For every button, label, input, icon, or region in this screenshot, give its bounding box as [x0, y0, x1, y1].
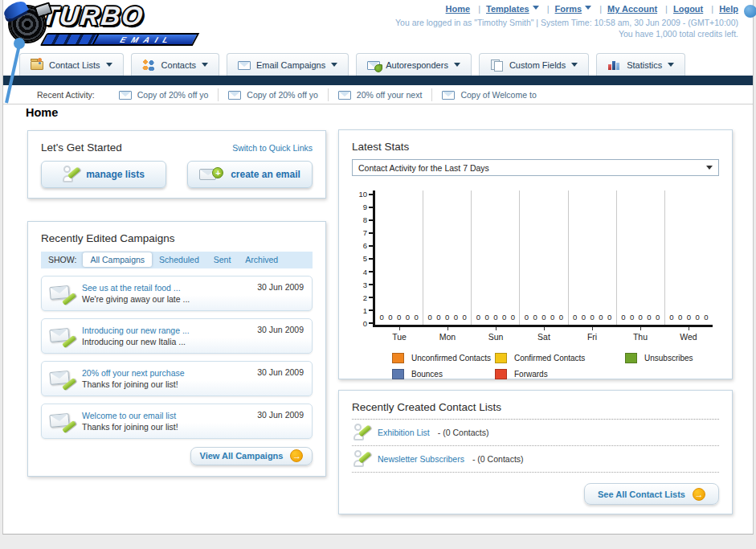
create-email-label: create an email — [231, 169, 300, 180]
pin-decoration — [3, 35, 27, 106]
chart-y-axis: 109876543210 — [352, 191, 373, 327]
header-link[interactable]: Help — [705, 4, 738, 14]
campaigns-filter-tab[interactable]: Sent — [206, 252, 239, 267]
view-all-campaigns-button[interactable]: View All Campaigns — [190, 447, 313, 465]
envelope-plus-icon — [199, 167, 223, 182]
campaign-title-link[interactable]: Welcome to our email list — [82, 410, 178, 421]
campaign-subtitle: Thanks for joining our list! — [82, 379, 178, 389]
nav-tab[interactable]: Custom Fields — [479, 53, 589, 76]
manage-lists-button[interactable]: manage lists — [41, 161, 166, 188]
chart-value-label: 0 — [493, 313, 497, 322]
switch-quick-links-link[interactable]: Switch to Quick Links — [232, 143, 313, 153]
chart-value-label: 0 — [669, 313, 673, 322]
envelope-icon — [119, 91, 132, 100]
header-links: Home Templates Forms My Account Logout H… — [446, 4, 738, 14]
chart-group: 00000 — [520, 191, 568, 325]
nav-tab[interactable]: Contact Lists — [19, 53, 124, 76]
chart-value-label: 0 — [621, 313, 625, 322]
campaign-title-link[interactable]: Introducing our new range ... — [82, 325, 190, 336]
chart-day-label: Fri — [568, 327, 616, 343]
person-pencil-icon — [353, 450, 370, 469]
nav-tab-icon — [238, 61, 251, 70]
campaign-title-link[interactable]: See us at the retail food ... — [82, 282, 190, 293]
chart-day-label: Sat — [520, 327, 568, 343]
contact-list-row[interactable]: Newsletter Subscribers - (0 Contacts) — [352, 446, 719, 473]
login-status: You are logged in as "Timothy Smith" | S… — [395, 17, 738, 39]
chart-value-label: 0 — [695, 313, 699, 322]
contact-list-row[interactable]: Exhibition List - (0 Contacts) — [352, 420, 719, 446]
stats-period-selected-value: Contact Activity for the Last 7 Days — [358, 163, 489, 173]
chevron-down-icon — [331, 63, 337, 70]
campaigns-filter-tab-label: Scheduled — [159, 255, 199, 264]
contact-lists-list: Exhibition List - (0 Contacts) Newslette… — [352, 420, 719, 473]
logo-text-block: TURBO EMAIL — [42, 2, 202, 48]
header-link[interactable]: Templates — [472, 4, 538, 14]
campaigns-filter-tab[interactable]: Scheduled — [152, 252, 206, 267]
campaigns-filter-tab-label: All Campaigns — [90, 255, 145, 264]
campaigns-filter-tab[interactable]: Archived — [238, 252, 285, 267]
contact-list-name-link[interactable]: Newsletter Subscribers — [378, 454, 464, 464]
chevron-down-icon — [106, 63, 112, 70]
chart-day-label: Tue — [375, 327, 423, 343]
recent-activity-item[interactable]: Copy of 20% off yo — [109, 88, 219, 101]
envelope-pencil-icon — [50, 412, 74, 431]
nav-tab[interactable]: Contacts — [131, 53, 219, 76]
chart-value-label: 0 — [656, 313, 660, 322]
campaign-row[interactable]: 20% off your next purchase Thanks for jo… — [41, 361, 313, 396]
nav-tab-icon — [31, 61, 43, 70]
chart-value-label: 0 — [388, 313, 392, 322]
header-link[interactable]: Home — [446, 4, 471, 14]
envelope-icon — [338, 91, 351, 100]
chart-day-label: Wed — [664, 327, 713, 343]
campaigns-heading: Recently Edited Campaigns — [41, 232, 175, 244]
logo-title: TURBO — [40, 2, 204, 31]
view-all-campaigns-label: View All Campaigns — [200, 451, 284, 461]
recent-activity-label: Recent Activity: — [37, 90, 95, 100]
nav-tab[interactable]: Statistics — [596, 53, 685, 76]
recent-activity-item[interactable]: 20% off your next — [329, 88, 433, 101]
chart-group: 00000 — [423, 191, 472, 325]
recent-activity-item-label: Copy of 20% off yo — [137, 90, 209, 100]
legend-swatch — [392, 353, 404, 363]
recent-activity-bar: Recent Activity: Copy of 20% off yo Copy… — [3, 85, 753, 104]
chart-value-label: 0 — [559, 313, 563, 322]
header-link[interactable]: Forms — [541, 4, 591, 14]
campaign-title-link[interactable]: 20% off your next purchase — [82, 367, 185, 379]
contact-activity-chart: 109876543210 000000000000000000000000000… — [352, 191, 719, 327]
person-pencil-icon — [353, 424, 370, 442]
contact-list-name-link[interactable]: Exhibition List — [378, 428, 430, 437]
campaign-row[interactable]: See us at the retail food ... We're givi… — [41, 276, 313, 311]
chart-group: 00000 — [472, 191, 520, 325]
nav-tab-label: Email Campaigns — [256, 60, 325, 70]
legend-item: Unconfirmed Contacts — [392, 353, 495, 363]
chart-value-label: 0 — [630, 313, 634, 322]
recent-activity-item[interactable]: Copy of 20% off yo — [219, 88, 329, 101]
envelope-pencil-icon — [50, 326, 74, 346]
stats-period-select[interactable]: Contact Activity for the Last 7 Days — [352, 159, 719, 176]
nav-tab-icon — [142, 59, 156, 70]
chart-value-label: 0 — [639, 313, 643, 322]
chart-value-label: 0 — [599, 313, 603, 322]
chart-value-label: 0 — [406, 313, 410, 322]
contact-lists-panel: Recently Created Contact Lists Exhibitio… — [338, 390, 733, 514]
see-all-contact-lists-label: See All Contact Lists — [598, 490, 685, 499]
header-link[interactable]: My Account — [594, 4, 657, 14]
chart-value-label: 0 — [607, 313, 611, 322]
recent-activity-item[interactable]: Copy of Welcome to — [432, 88, 546, 101]
envelope-pencil-icon — [50, 284, 74, 303]
contact-lists-heading: Recently Created Contact Lists — [352, 401, 501, 413]
campaign-row[interactable]: Welcome to our email list Thanks for joi… — [41, 404, 313, 439]
chart-value-label: 0 — [647, 313, 651, 322]
nav-tab[interactable]: Autoresponders — [356, 53, 472, 76]
chevron-down-icon — [585, 6, 591, 13]
nav-tab-label: Custom Fields — [509, 60, 566, 70]
chart-value-label: 0 — [582, 313, 586, 322]
campaigns-filter-tab[interactable]: All Campaigns — [83, 252, 152, 267]
campaign-row[interactable]: Introducing our new range ... Introducin… — [41, 318, 313, 354]
nav-tab[interactable]: Email Campaigns — [227, 53, 349, 76]
see-all-contact-lists-button[interactable]: See All Contact Lists — [584, 483, 719, 505]
chevron-down-icon — [668, 63, 674, 70]
header-link[interactable]: Logout — [660, 4, 703, 14]
create-email-button[interactable]: create an email — [187, 161, 313, 188]
app-logo[interactable]: TURBO EMAIL — [10, 2, 202, 48]
